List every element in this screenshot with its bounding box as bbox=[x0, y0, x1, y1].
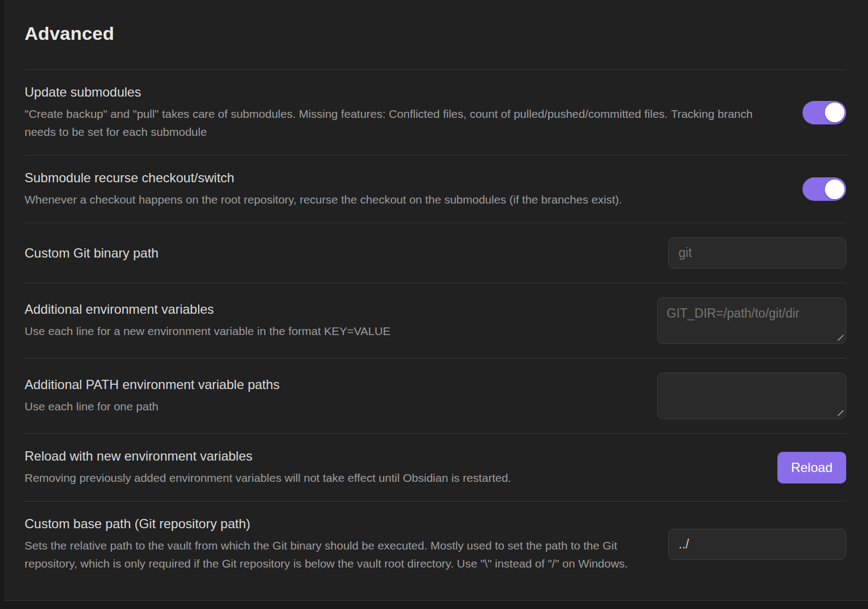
setting-control: Reload bbox=[777, 452, 846, 483]
setting-name: Custom base path (Git repository path) bbox=[25, 516, 644, 532]
setting-info: Custom base path (Git repository path)Se… bbox=[25, 516, 644, 572]
additional-env-vars-textarea[interactable] bbox=[657, 297, 846, 344]
setting-item-submodule-recurse-checkout: Submodule recurse checkout/switchWheneve… bbox=[25, 155, 846, 223]
setting-item-additional-path-env-paths: Additional PATH environment variable pat… bbox=[25, 358, 846, 433]
setting-description: Sets the relative path to the vault from… bbox=[25, 536, 644, 572]
custom-git-binary-path-input[interactable] bbox=[668, 237, 846, 268]
submodule-recurse-checkout-toggle[interactable] bbox=[802, 177, 846, 201]
setting-name: Custom Git binary path bbox=[25, 245, 644, 261]
setting-control bbox=[802, 101, 846, 124]
setting-info: Custom Git binary path bbox=[25, 245, 644, 261]
setting-info: Additional environment variablesUse each… bbox=[25, 301, 633, 340]
setting-item-custom-git-binary-path: Custom Git binary path bbox=[25, 223, 846, 283]
toggle-knob-icon bbox=[825, 180, 845, 199]
setting-name: Additional PATH environment variable pat… bbox=[25, 377, 633, 392]
page-title: Advanced bbox=[25, 0, 846, 69]
setting-control bbox=[802, 177, 846, 201]
setting-name: Update submodules bbox=[25, 84, 778, 100]
setting-name: Reload with new environment variables bbox=[25, 448, 753, 464]
setting-name: Submodule recurse checkout/switch bbox=[25, 170, 778, 186]
additional-path-env-paths-textarea[interactable] bbox=[657, 373, 846, 419]
setting-info: Additional PATH environment variable pat… bbox=[25, 377, 633, 415]
reload-env-vars-button[interactable]: Reload bbox=[777, 452, 846, 483]
setting-item-update-submodules: Update submodules"Create backup" and "pu… bbox=[25, 69, 846, 155]
setting-description: Whenever a checkout happens on the root … bbox=[25, 190, 778, 208]
setting-control bbox=[668, 529, 846, 560]
setting-description: "Create backup" and "pull" takes care of… bbox=[25, 105, 778, 141]
setting-description: Use each line for one path bbox=[25, 397, 633, 415]
settings-pane: Advanced Update submodules"Create backup… bbox=[4, 0, 868, 601]
textarea-wrap bbox=[657, 373, 846, 419]
setting-item-reload-env-vars: Reload with new environment variablesRem… bbox=[25, 433, 846, 501]
setting-description: Removing previously added environment va… bbox=[25, 469, 753, 487]
toggle-knob-icon bbox=[825, 103, 845, 122]
setting-control bbox=[668, 237, 846, 268]
setting-info: Reload with new environment variablesRem… bbox=[25, 448, 753, 487]
setting-control bbox=[657, 373, 846, 419]
setting-info: Update submodules"Create backup" and "pu… bbox=[25, 84, 778, 141]
setting-item-additional-env-vars: Additional environment variablesUse each… bbox=[25, 283, 846, 358]
textarea-wrap bbox=[657, 297, 846, 344]
setting-control bbox=[657, 297, 846, 344]
update-submodules-toggle[interactable] bbox=[802, 101, 846, 124]
setting-description: Use each line for a new environment vari… bbox=[25, 322, 633, 340]
settings-list: Update submodules"Create backup" and "pu… bbox=[25, 69, 846, 587]
custom-base-path-input[interactable] bbox=[668, 529, 846, 560]
setting-info: Submodule recurse checkout/switchWheneve… bbox=[25, 170, 778, 208]
setting-item-custom-base-path: Custom base path (Git repository path)Se… bbox=[25, 501, 846, 587]
setting-name: Additional environment variables bbox=[25, 301, 633, 317]
